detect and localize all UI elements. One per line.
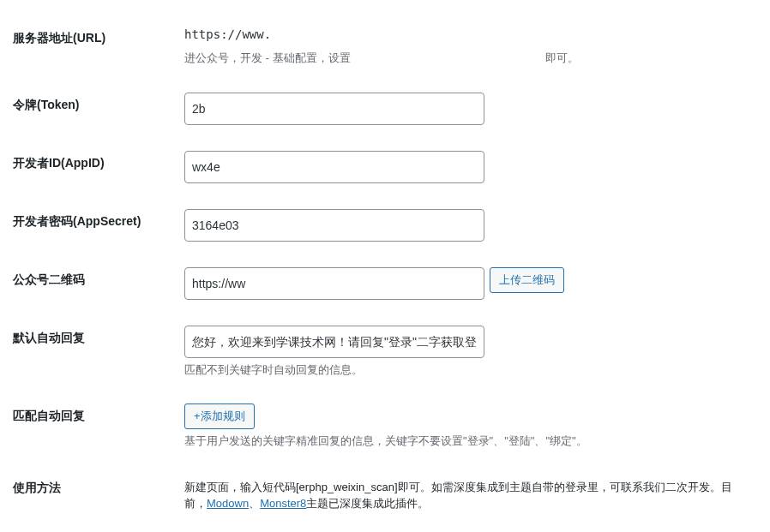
- server-url-value: https://www.: [184, 26, 749, 46]
- modown-link[interactable]: Modown: [207, 497, 249, 510]
- match-reply-help: 基于用户发送的关键字精准回复的信息，关键字不要设置"登录"、"登陆"、"绑定"。: [184, 433, 749, 450]
- match-reply-label: 匹配自动回复: [13, 395, 184, 467]
- appsecret-label: 开发者密码(AppSecret): [13, 200, 184, 259]
- usage-label: 使用方法: [13, 467, 184, 529]
- default-reply-input[interactable]: [184, 326, 484, 358]
- settings-form-table: 服务器地址(URL) https://www. 进公众号，开发 - 基础配置，设…: [13, 17, 757, 529]
- upload-qrcode-button[interactable]: 上传二维码: [490, 267, 564, 293]
- usage-text: 新建页面，输入短代码[erphp_weixin_scan]即可。如需深度集成到主…: [184, 479, 749, 512]
- qrcode-input[interactable]: [184, 267, 484, 300]
- appid-input[interactable]: [184, 151, 484, 183]
- add-rule-button[interactable]: +添加规则: [184, 403, 255, 429]
- appid-label: 开发者ID(AppID): [13, 142, 184, 200]
- default-reply-help: 匹配不到关键字时自动回复的信息。: [184, 362, 749, 379]
- default-reply-label: 默认自动回复: [13, 317, 184, 396]
- server-url-help: 进公众号，开发 - 基础配置，设置 即可。: [184, 50, 749, 67]
- token-label: 令牌(Token): [13, 84, 184, 142]
- monster8-link[interactable]: Monster8: [260, 497, 306, 510]
- server-url-label: 服务器地址(URL): [13, 17, 184, 84]
- qrcode-label: 公众号二维码: [13, 259, 184, 317]
- token-input[interactable]: [184, 93, 484, 125]
- appsecret-input[interactable]: [184, 209, 484, 242]
